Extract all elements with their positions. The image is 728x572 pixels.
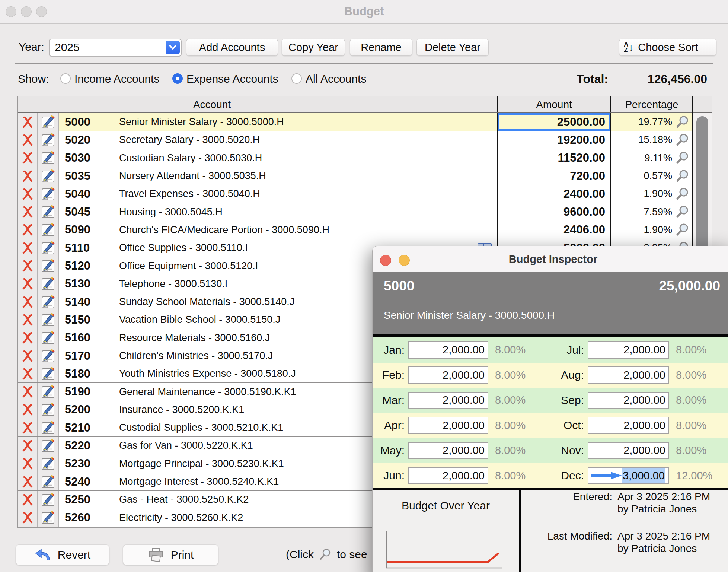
magnifier-icon[interactable] — [676, 169, 689, 183]
year-dropdown[interactable]: 2025 — [49, 39, 182, 57]
account-number-cell[interactable]: 5170 — [59, 347, 113, 365]
month-amount-field[interactable]: 2,000.00 — [588, 366, 669, 384]
magnifier-icon[interactable] — [676, 151, 689, 165]
close-window-icon[interactable] — [6, 6, 16, 17]
delete-account-button[interactable] — [18, 455, 38, 473]
month-amount-field[interactable]: 2,000.00 — [408, 341, 488, 359]
month-amount-field[interactable]: 2,000.00 — [408, 417, 488, 434]
magnifier-icon[interactable] — [676, 205, 689, 219]
account-number-cell[interactable]: 5160 — [59, 329, 113, 347]
delete-account-button[interactable] — [18, 221, 38, 239]
account-number-cell[interactable]: 5260 — [59, 509, 113, 527]
account-number-cell[interactable]: 5090 — [59, 221, 113, 239]
account-name-cell[interactable]: Custodian Salary - 3000.5030.H — [113, 149, 498, 167]
close-window-icon[interactable] — [380, 255, 391, 266]
account-number-cell[interactable]: 5020 — [59, 131, 113, 149]
income-accounts-label[interactable]: Income Accounts — [74, 70, 159, 88]
amount-cell[interactable]: 2406.00 — [498, 221, 611, 239]
radio-all-accounts[interactable] — [291, 73, 302, 84]
account-number-cell[interactable]: 5150 — [59, 311, 113, 328]
magnifier-icon[interactable] — [676, 187, 689, 201]
month-amount-field[interactable]: 2,000.00 — [408, 467, 488, 484]
edit-account-button[interactable] — [38, 185, 59, 203]
copy-year-button[interactable]: Copy Year — [282, 39, 345, 56]
delete-account-button[interactable] — [18, 419, 38, 436]
edit-account-button[interactable] — [38, 311, 59, 328]
amount-cell[interactable]: 11520.00 — [498, 149, 611, 167]
amount-cell[interactable]: 19200.00 — [498, 131, 611, 149]
account-number-cell[interactable]: 5035 — [59, 167, 113, 185]
edit-account-button[interactable] — [38, 239, 59, 257]
month-amount-field[interactable]: 2,000.00 — [588, 341, 669, 359]
month-amount-field[interactable]: 2,000.00 — [408, 442, 488, 459]
delete-account-button[interactable] — [18, 437, 38, 454]
rename-button[interactable]: Rename — [350, 39, 412, 56]
scrollbar-thumb[interactable] — [696, 116, 708, 267]
delete-account-button[interactable] — [18, 509, 38, 527]
zoom-window-icon[interactable] — [36, 6, 47, 17]
delete-account-button[interactable] — [18, 185, 38, 203]
delete-account-button[interactable] — [18, 275, 38, 293]
month-amount-field[interactable]: 2,000.00 — [408, 366, 488, 384]
expense-accounts-label[interactable]: Expense Accounts — [186, 70, 278, 88]
delete-account-button[interactable] — [18, 329, 38, 347]
minimize-window-icon[interactable] — [21, 6, 32, 17]
account-number-cell[interactable]: 5180 — [59, 365, 113, 382]
delete-account-button[interactable] — [18, 257, 38, 274]
amount-cell[interactable]: 720.00 — [498, 167, 611, 185]
add-accounts-button[interactable]: Add Accounts — [186, 39, 278, 56]
account-number-cell[interactable]: 5000 — [59, 113, 113, 131]
delete-account-button[interactable] — [18, 203, 38, 220]
minimize-window-icon[interactable] — [399, 255, 410, 266]
account-name-cell[interactable]: Travel Expenses - 3000.5040.H — [113, 185, 498, 203]
delete-account-button[interactable] — [18, 113, 38, 131]
month-amount-field[interactable]: 2,000.00 — [588, 442, 669, 459]
account-number-cell[interactable]: 5230 — [59, 455, 113, 473]
edit-account-button[interactable] — [38, 347, 59, 365]
edit-account-button[interactable] — [38, 275, 59, 293]
delete-account-button[interactable] — [18, 491, 38, 508]
edit-account-button[interactable] — [38, 473, 59, 490]
radio-income-accounts[interactable] — [60, 73, 71, 84]
account-number-cell[interactable]: 5250 — [59, 491, 113, 508]
radio-expense-accounts[interactable] — [172, 73, 183, 84]
account-name-cell[interactable]: Housing - 3000.5045.H — [113, 203, 498, 220]
month-amount-field[interactable]: 2,000.00 — [588, 392, 669, 409]
account-name-cell[interactable]: Nursery Attendant - 3000.5035.H — [113, 167, 498, 185]
delete-account-button[interactable] — [18, 347, 38, 365]
edit-account-button[interactable] — [38, 509, 59, 527]
account-number-cell[interactable]: 5240 — [59, 473, 113, 490]
account-number-cell[interactable]: 5110 — [59, 239, 113, 257]
account-number-cell[interactable]: 5190 — [59, 383, 113, 400]
edit-account-button[interactable] — [38, 365, 59, 382]
magnifier-icon[interactable] — [676, 223, 689, 236]
edit-account-button[interactable] — [38, 293, 59, 311]
delete-account-button[interactable] — [18, 473, 38, 490]
delete-account-button[interactable] — [18, 149, 38, 167]
account-number-cell[interactable]: 5210 — [59, 419, 113, 436]
delete-account-button[interactable] — [18, 131, 38, 149]
amount-cell[interactable]: 9600.00 — [498, 203, 611, 220]
all-accounts-label[interactable]: All Accounts — [306, 70, 366, 88]
account-number-cell[interactable]: 5220 — [59, 437, 113, 454]
month-amount-field[interactable]: 3,000.00 — [588, 467, 669, 484]
delete-year-button[interactable]: Delete Year — [416, 39, 489, 56]
delete-account-button[interactable] — [18, 311, 38, 328]
edit-account-button[interactable] — [38, 401, 59, 419]
edit-account-button[interactable] — [38, 203, 59, 220]
edit-account-button[interactable] — [38, 131, 59, 149]
month-amount-field[interactable]: 2,000.00 — [408, 392, 488, 409]
magnifier-icon[interactable] — [676, 115, 689, 129]
account-name-cell[interactable]: Church's FICA/Medicare Portion - 3000.50… — [113, 221, 498, 239]
print-button[interactable]: Print — [123, 544, 218, 565]
amount-cell[interactable]: 25000.00 — [498, 113, 611, 131]
account-number-cell[interactable]: 5120 — [59, 257, 113, 274]
edit-account-button[interactable] — [38, 167, 59, 185]
account-number-cell[interactable]: 5045 — [59, 203, 113, 220]
edit-account-button[interactable] — [38, 113, 59, 131]
delete-account-button[interactable] — [18, 401, 38, 419]
choose-sort-button[interactable]: AZ↓ Choose Sort — [619, 39, 716, 56]
edit-account-button[interactable] — [38, 491, 59, 508]
account-number-cell[interactable]: 5140 — [59, 293, 113, 311]
account-number-cell[interactable]: 5200 — [59, 401, 113, 419]
